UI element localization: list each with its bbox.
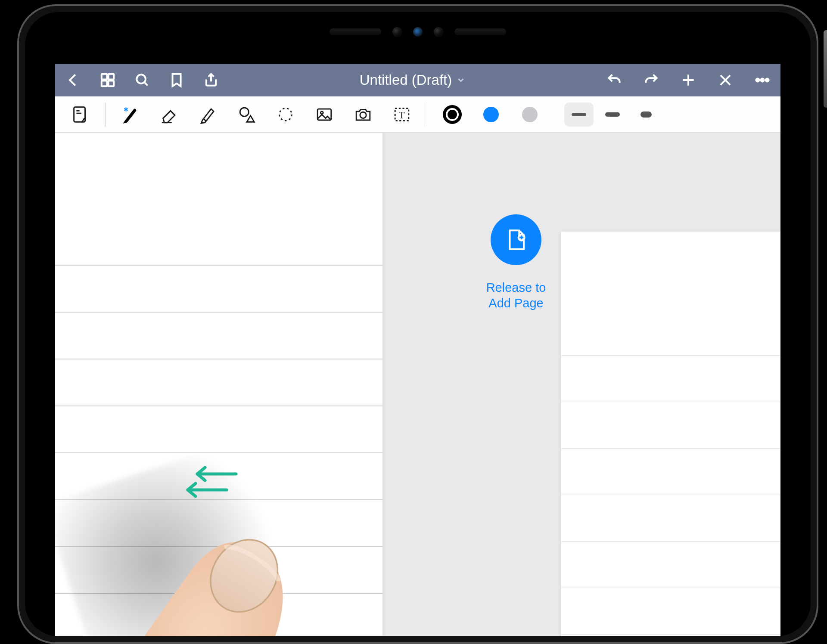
shapes-tool[interactable] bbox=[230, 101, 264, 128]
svg-point-11 bbox=[761, 79, 764, 82]
title-dropdown-icon bbox=[456, 72, 466, 88]
titlebar: Untitled (Draft) bbox=[55, 64, 780, 96]
separator bbox=[105, 102, 106, 127]
image-tool[interactable] bbox=[307, 101, 342, 128]
svg-text:T: T bbox=[399, 109, 405, 120]
camera-notch bbox=[319, 24, 517, 40]
undo-button[interactable] bbox=[606, 71, 623, 89]
bookmark-button[interactable] bbox=[168, 71, 185, 89]
stylus-toggle-button[interactable] bbox=[717, 71, 734, 89]
ipad-frame: Untitled (Draft) bbox=[17, 4, 818, 644]
ruled-lines bbox=[561, 309, 780, 636]
highlighter-tool[interactable] bbox=[191, 101, 225, 128]
tool-row: ✱ bbox=[55, 96, 780, 133]
screen: Untitled (Draft) bbox=[55, 64, 780, 636]
redo-button[interactable] bbox=[643, 71, 660, 89]
search-button[interactable] bbox=[134, 71, 151, 89]
stroke-width-medium[interactable] bbox=[598, 102, 627, 127]
add-page-text-line2: Add Page bbox=[473, 295, 559, 311]
svg-point-21 bbox=[360, 112, 366, 118]
pen-tool[interactable]: ✱ bbox=[113, 101, 148, 128]
document-title[interactable]: Untitled (Draft) bbox=[233, 72, 593, 88]
camera-tool[interactable] bbox=[346, 101, 380, 128]
lasso-tool[interactable] bbox=[268, 101, 303, 128]
next-page-preview bbox=[561, 232, 780, 636]
svg-point-12 bbox=[766, 79, 769, 82]
share-button[interactable] bbox=[202, 71, 220, 89]
page-template-tool[interactable] bbox=[63, 101, 97, 128]
svg-rect-2 bbox=[102, 81, 107, 87]
svg-point-17 bbox=[240, 108, 249, 116]
stroke-width-thick[interactable] bbox=[631, 102, 661, 127]
back-button[interactable] bbox=[65, 71, 82, 89]
add-page-text-line1: Release to bbox=[473, 280, 559, 295]
svg-rect-3 bbox=[109, 81, 114, 87]
svg-point-18 bbox=[280, 108, 292, 121]
color-gray[interactable] bbox=[513, 101, 547, 128]
text-tool[interactable]: T bbox=[385, 101, 419, 128]
eraser-tool[interactable] bbox=[152, 101, 187, 128]
add-page-indicator: Release to Add Page bbox=[473, 214, 559, 311]
svg-point-20 bbox=[320, 111, 323, 114]
stroke-width-thin[interactable] bbox=[564, 102, 594, 127]
add-page-icon bbox=[491, 214, 541, 265]
canvas-area[interactable]: Release to Add Page bbox=[55, 133, 780, 636]
document-title-text: Untitled (Draft) bbox=[360, 72, 452, 88]
color-black[interactable] bbox=[435, 101, 469, 128]
svg-rect-0 bbox=[102, 74, 107, 80]
add-button[interactable] bbox=[680, 71, 697, 89]
more-button[interactable] bbox=[754, 71, 771, 89]
ipad-bezel: Untitled (Draft) bbox=[25, 12, 811, 636]
svg-line-5 bbox=[144, 82, 148, 86]
device-side-button bbox=[824, 30, 827, 108]
svg-rect-1 bbox=[109, 74, 114, 80]
ruled-lines bbox=[55, 219, 382, 636]
separator bbox=[427, 102, 427, 127]
svg-point-10 bbox=[756, 79, 759, 82]
current-page[interactable] bbox=[55, 133, 382, 636]
color-blue[interactable] bbox=[474, 101, 508, 128]
svg-point-4 bbox=[137, 74, 146, 84]
svg-text:✱: ✱ bbox=[124, 106, 128, 112]
svg-line-16 bbox=[204, 119, 206, 121]
grid-view-button[interactable] bbox=[99, 71, 116, 89]
